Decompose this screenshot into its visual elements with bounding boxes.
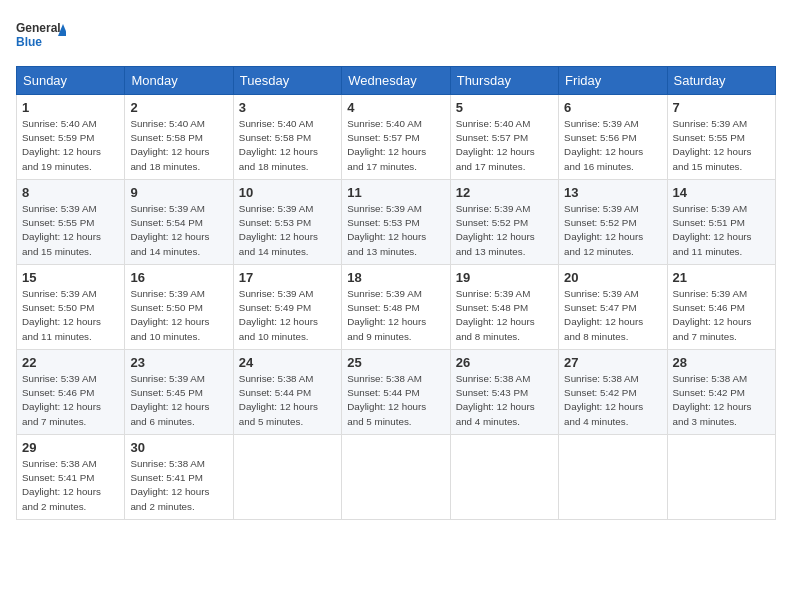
calendar-cell: 10 Sunrise: 5:39 AM Sunset: 5:53 PM Dayl… — [233, 180, 341, 265]
calendar-cell: 13 Sunrise: 5:39 AM Sunset: 5:52 PM Dayl… — [559, 180, 667, 265]
calendar-cell: 8 Sunrise: 5:39 AM Sunset: 5:55 PM Dayli… — [17, 180, 125, 265]
calendar-cell: 17 Sunrise: 5:39 AM Sunset: 5:49 PM Dayl… — [233, 265, 341, 350]
day-number: 9 — [130, 185, 227, 200]
day-info: Sunrise: 5:39 AM Sunset: 5:54 PM Dayligh… — [130, 202, 227, 259]
calendar-cell: 14 Sunrise: 5:39 AM Sunset: 5:51 PM Dayl… — [667, 180, 775, 265]
day-number: 2 — [130, 100, 227, 115]
day-info: Sunrise: 5:40 AM Sunset: 5:57 PM Dayligh… — [347, 117, 444, 174]
day-number: 6 — [564, 100, 661, 115]
calendar-cell: 9 Sunrise: 5:39 AM Sunset: 5:54 PM Dayli… — [125, 180, 233, 265]
day-number: 13 — [564, 185, 661, 200]
calendar-week-2: 8 Sunrise: 5:39 AM Sunset: 5:55 PM Dayli… — [17, 180, 776, 265]
calendar-week-1: 1 Sunrise: 5:40 AM Sunset: 5:59 PM Dayli… — [17, 95, 776, 180]
day-number: 19 — [456, 270, 553, 285]
day-number: 25 — [347, 355, 444, 370]
day-info: Sunrise: 5:39 AM Sunset: 5:52 PM Dayligh… — [564, 202, 661, 259]
calendar-cell: 1 Sunrise: 5:40 AM Sunset: 5:59 PM Dayli… — [17, 95, 125, 180]
day-number: 30 — [130, 440, 227, 455]
day-info: Sunrise: 5:38 AM Sunset: 5:42 PM Dayligh… — [673, 372, 770, 429]
weekday-header-saturday: Saturday — [667, 67, 775, 95]
day-info: Sunrise: 5:39 AM Sunset: 5:56 PM Dayligh… — [564, 117, 661, 174]
svg-text:Blue: Blue — [16, 35, 42, 49]
calendar-cell: 3 Sunrise: 5:40 AM Sunset: 5:58 PM Dayli… — [233, 95, 341, 180]
day-info: Sunrise: 5:38 AM Sunset: 5:44 PM Dayligh… — [347, 372, 444, 429]
day-number: 3 — [239, 100, 336, 115]
day-info: Sunrise: 5:39 AM Sunset: 5:45 PM Dayligh… — [130, 372, 227, 429]
weekday-header-sunday: Sunday — [17, 67, 125, 95]
day-info: Sunrise: 5:39 AM Sunset: 5:47 PM Dayligh… — [564, 287, 661, 344]
day-info: Sunrise: 5:39 AM Sunset: 5:50 PM Dayligh… — [130, 287, 227, 344]
weekday-header-friday: Friday — [559, 67, 667, 95]
calendar-cell — [450, 435, 558, 520]
calendar-cell: 27 Sunrise: 5:38 AM Sunset: 5:42 PM Dayl… — [559, 350, 667, 435]
day-number: 22 — [22, 355, 119, 370]
calendar-cell: 29 Sunrise: 5:38 AM Sunset: 5:41 PM Dayl… — [17, 435, 125, 520]
calendar-cell: 11 Sunrise: 5:39 AM Sunset: 5:53 PM Dayl… — [342, 180, 450, 265]
day-info: Sunrise: 5:38 AM Sunset: 5:44 PM Dayligh… — [239, 372, 336, 429]
calendar-cell: 6 Sunrise: 5:39 AM Sunset: 5:56 PM Dayli… — [559, 95, 667, 180]
day-number: 11 — [347, 185, 444, 200]
calendar-cell: 15 Sunrise: 5:39 AM Sunset: 5:50 PM Dayl… — [17, 265, 125, 350]
calendar-week-3: 15 Sunrise: 5:39 AM Sunset: 5:50 PM Dayl… — [17, 265, 776, 350]
weekday-header-tuesday: Tuesday — [233, 67, 341, 95]
day-number: 29 — [22, 440, 119, 455]
day-info: Sunrise: 5:40 AM Sunset: 5:59 PM Dayligh… — [22, 117, 119, 174]
calendar-cell: 23 Sunrise: 5:39 AM Sunset: 5:45 PM Dayl… — [125, 350, 233, 435]
day-info: Sunrise: 5:39 AM Sunset: 5:55 PM Dayligh… — [673, 117, 770, 174]
svg-text:General: General — [16, 21, 61, 35]
day-number: 24 — [239, 355, 336, 370]
day-number: 5 — [456, 100, 553, 115]
day-number: 7 — [673, 100, 770, 115]
day-number: 14 — [673, 185, 770, 200]
day-info: Sunrise: 5:39 AM Sunset: 5:46 PM Dayligh… — [673, 287, 770, 344]
calendar-cell: 28 Sunrise: 5:38 AM Sunset: 5:42 PM Dayl… — [667, 350, 775, 435]
calendar-cell — [559, 435, 667, 520]
day-info: Sunrise: 5:39 AM Sunset: 5:49 PM Dayligh… — [239, 287, 336, 344]
day-number: 17 — [239, 270, 336, 285]
logo-svg: General Blue — [16, 16, 66, 58]
day-number: 26 — [456, 355, 553, 370]
calendar-cell: 20 Sunrise: 5:39 AM Sunset: 5:47 PM Dayl… — [559, 265, 667, 350]
calendar-cell — [667, 435, 775, 520]
day-number: 20 — [564, 270, 661, 285]
weekday-header-wednesday: Wednesday — [342, 67, 450, 95]
day-info: Sunrise: 5:38 AM Sunset: 5:43 PM Dayligh… — [456, 372, 553, 429]
calendar-table: SundayMondayTuesdayWednesdayThursdayFrid… — [16, 66, 776, 520]
calendar-cell — [342, 435, 450, 520]
calendar-cell: 21 Sunrise: 5:39 AM Sunset: 5:46 PM Dayl… — [667, 265, 775, 350]
calendar-week-4: 22 Sunrise: 5:39 AM Sunset: 5:46 PM Dayl… — [17, 350, 776, 435]
day-info: Sunrise: 5:39 AM Sunset: 5:55 PM Dayligh… — [22, 202, 119, 259]
calendar-cell: 26 Sunrise: 5:38 AM Sunset: 5:43 PM Dayl… — [450, 350, 558, 435]
day-number: 23 — [130, 355, 227, 370]
day-number: 4 — [347, 100, 444, 115]
calendar-cell: 22 Sunrise: 5:39 AM Sunset: 5:46 PM Dayl… — [17, 350, 125, 435]
day-info: Sunrise: 5:39 AM Sunset: 5:48 PM Dayligh… — [347, 287, 444, 344]
day-number: 8 — [22, 185, 119, 200]
day-number: 18 — [347, 270, 444, 285]
day-info: Sunrise: 5:40 AM Sunset: 5:58 PM Dayligh… — [239, 117, 336, 174]
day-info: Sunrise: 5:39 AM Sunset: 5:50 PM Dayligh… — [22, 287, 119, 344]
day-info: Sunrise: 5:39 AM Sunset: 5:53 PM Dayligh… — [347, 202, 444, 259]
day-number: 15 — [22, 270, 119, 285]
day-info: Sunrise: 5:39 AM Sunset: 5:46 PM Dayligh… — [22, 372, 119, 429]
calendar-cell: 2 Sunrise: 5:40 AM Sunset: 5:58 PM Dayli… — [125, 95, 233, 180]
calendar-cell: 5 Sunrise: 5:40 AM Sunset: 5:57 PM Dayli… — [450, 95, 558, 180]
calendar-cell: 25 Sunrise: 5:38 AM Sunset: 5:44 PM Dayl… — [342, 350, 450, 435]
calendar-cell: 19 Sunrise: 5:39 AM Sunset: 5:48 PM Dayl… — [450, 265, 558, 350]
day-info: Sunrise: 5:38 AM Sunset: 5:41 PM Dayligh… — [22, 457, 119, 514]
day-number: 1 — [22, 100, 119, 115]
day-info: Sunrise: 5:40 AM Sunset: 5:58 PM Dayligh… — [130, 117, 227, 174]
day-number: 27 — [564, 355, 661, 370]
day-number: 12 — [456, 185, 553, 200]
day-number: 28 — [673, 355, 770, 370]
calendar-week-5: 29 Sunrise: 5:38 AM Sunset: 5:41 PM Dayl… — [17, 435, 776, 520]
calendar-cell: 30 Sunrise: 5:38 AM Sunset: 5:41 PM Dayl… — [125, 435, 233, 520]
calendar-cell: 18 Sunrise: 5:39 AM Sunset: 5:48 PM Dayl… — [342, 265, 450, 350]
page-header: General Blue — [16, 16, 776, 58]
logo: General Blue — [16, 16, 66, 58]
day-number: 16 — [130, 270, 227, 285]
day-info: Sunrise: 5:39 AM Sunset: 5:53 PM Dayligh… — [239, 202, 336, 259]
day-number: 21 — [673, 270, 770, 285]
day-info: Sunrise: 5:38 AM Sunset: 5:41 PM Dayligh… — [130, 457, 227, 514]
calendar-cell: 4 Sunrise: 5:40 AM Sunset: 5:57 PM Dayli… — [342, 95, 450, 180]
